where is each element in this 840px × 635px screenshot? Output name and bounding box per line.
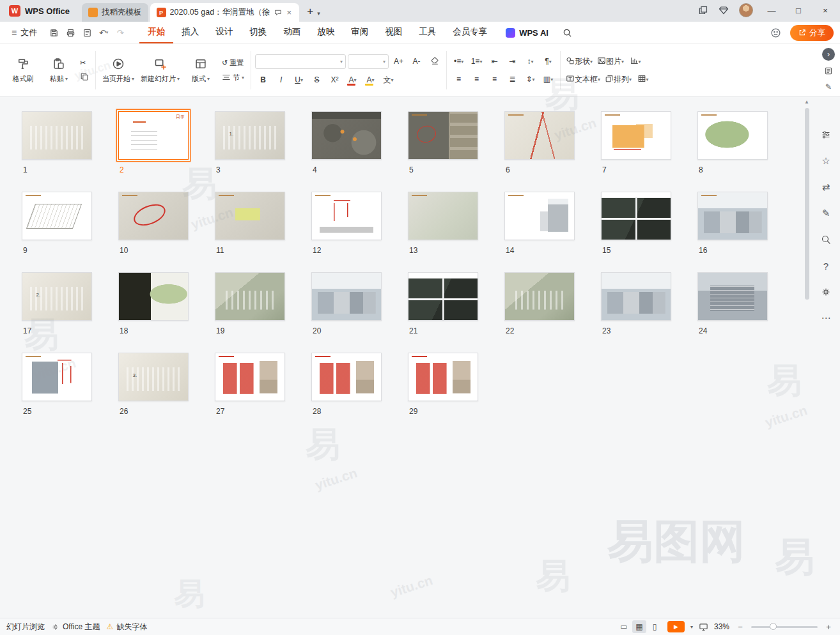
properties-panel-icon[interactable] xyxy=(819,128,833,142)
phonetic-guide-button[interactable]: 文▾ xyxy=(380,73,396,87)
vertical-scrollbar[interactable]: ▲ xyxy=(802,97,812,618)
align-center-button[interactable]: ≡ xyxy=(469,73,485,86)
shapes-button[interactable]: 形状▾ xyxy=(564,55,594,68)
task-pane-button[interactable] xyxy=(822,65,835,77)
dropdown-caret-icon[interactable]: ▾ xyxy=(629,77,632,82)
slide-thumbnail-22[interactable] xyxy=(504,272,575,321)
slide-thumbnail-15[interactable] xyxy=(601,192,671,240)
clear-format-button[interactable] xyxy=(426,55,442,68)
slide-thumbnail-26[interactable]: 3. xyxy=(118,353,189,401)
close-tab-icon[interactable]: × xyxy=(286,8,293,17)
slide-thumbnail-12[interactable] xyxy=(311,192,382,240)
convert-icon[interactable]: ⇄ xyxy=(819,180,833,194)
zoom-slider-thumb[interactable] xyxy=(770,623,777,630)
dropdown-caret-icon[interactable]: ▾ xyxy=(65,76,68,82)
play-from-current-button[interactable]: 当页开始▾ xyxy=(100,47,137,93)
annotate-icon[interactable]: ✎ xyxy=(819,206,833,220)
decrease-indent-button[interactable]: ⇤ xyxy=(486,55,502,68)
dropdown-caret-icon[interactable]: ▾ xyxy=(531,59,534,65)
italic-button[interactable]: I xyxy=(273,73,289,87)
office-theme-button[interactable]: Office 主题 xyxy=(51,622,100,632)
new-slide-button[interactable]: 新建幻灯片▾ xyxy=(138,47,182,93)
menu-tab-审阅[interactable]: 审阅 xyxy=(343,22,377,43)
menu-tab-动画[interactable]: 动画 xyxy=(275,22,309,43)
text-box-button[interactable]: 文本框▾ xyxy=(564,73,602,86)
slide-sorter-view-button[interactable]: ▦ xyxy=(632,620,646,633)
scrollbar-thumb[interactable] xyxy=(805,108,809,300)
favorites-icon[interactable]: ☆ xyxy=(819,154,833,168)
align-left-button[interactable]: ≡ xyxy=(451,73,467,86)
copy-button[interactable] xyxy=(77,72,91,83)
zoom-level[interactable]: 33% xyxy=(714,622,729,631)
bold-button[interactable]: B xyxy=(255,73,271,87)
paragraph-mark-button[interactable]: ¶▾ xyxy=(540,55,556,68)
menu-tab-工具[interactable]: 工具 xyxy=(410,22,444,43)
zoom-in-button[interactable]: + xyxy=(823,622,834,632)
wps-ai-button[interactable]: WPS AI xyxy=(506,28,548,38)
section-button[interactable]: 节▾ xyxy=(219,72,247,84)
find-icon[interactable] xyxy=(819,233,833,247)
paste-button[interactable]: 粘贴▾ xyxy=(42,47,76,93)
dropdown-caret-icon[interactable]: ▾ xyxy=(598,77,600,82)
wps-home-tab[interactable]: W WPS Office xyxy=(3,0,80,22)
slide-layout-button[interactable]: 版式▾ xyxy=(183,47,218,93)
zoom-out-button[interactable]: − xyxy=(735,622,745,632)
insert-picture-button[interactable]: 图片▾ xyxy=(596,55,625,68)
slide-thumbnail-11[interactable] xyxy=(215,192,285,240)
menu-tab-设计[interactable]: 设计 xyxy=(207,22,241,43)
slide-thumbnail-27[interactable] xyxy=(215,353,285,401)
menu-tab-切换[interactable]: 切换 xyxy=(241,22,275,43)
font-size-select[interactable]: ▾ xyxy=(348,54,389,69)
slide-thumbnail-13[interactable] xyxy=(408,192,478,240)
missing-font-warning[interactable]: ⚠ 缺失字体 xyxy=(106,622,147,632)
service-icon[interactable] xyxy=(770,27,781,38)
slide-thumbnail-29[interactable] xyxy=(408,353,478,401)
dropdown-caret-icon[interactable]: ▾ xyxy=(372,77,375,83)
tab-list-caret-icon[interactable]: ▾ xyxy=(317,10,320,22)
premium-gem-icon[interactable] xyxy=(719,5,729,15)
bullets-button[interactable]: •≡▾ xyxy=(451,55,467,68)
numbering-button[interactable]: 1≡▾ xyxy=(469,55,485,68)
increase-indent-button[interactable]: ⇥ xyxy=(504,55,520,68)
new-tab-button[interactable]: + xyxy=(299,5,317,22)
slide-thumbnail-6[interactable] xyxy=(504,111,575,160)
dropdown-caret-icon[interactable]: ▾ xyxy=(354,77,357,83)
align-right-button[interactable]: ≡ xyxy=(486,73,502,86)
insert-table-button[interactable]: ▾ xyxy=(635,73,651,86)
slide-thumbnail-17[interactable]: 2. xyxy=(22,272,92,321)
dropdown-caret-icon[interactable]: ▾ xyxy=(132,76,134,82)
dropdown-caret-icon[interactable]: ▾ xyxy=(461,59,463,65)
dropdown-caret-icon[interactable]: ▾ xyxy=(479,59,482,65)
increase-font-size-button[interactable]: A+ xyxy=(391,55,407,68)
justify-button[interactable]: ≣ xyxy=(504,73,520,86)
normal-view-button[interactable]: ▭ xyxy=(617,620,631,633)
dropdown-caret-icon[interactable]: ▾ xyxy=(207,76,210,82)
slide-thumbnail-25[interactable] xyxy=(22,353,92,401)
zoom-slider[interactable] xyxy=(751,626,818,628)
slideshow-play-button[interactable]: ▶ xyxy=(667,621,685,632)
dropdown-caret-icon[interactable]: ▾ xyxy=(590,59,593,65)
slide-thumbnail-7[interactable] xyxy=(601,111,671,160)
slide-thumbnail-2[interactable]: 目录 xyxy=(118,111,189,160)
reading-view-button[interactable]: ▯ xyxy=(648,620,662,633)
document-tab[interactable]: 找稻壳模板 xyxy=(82,3,148,22)
slide-thumbnail-20[interactable] xyxy=(311,272,382,321)
avatar[interactable] xyxy=(739,3,753,17)
save-button[interactable] xyxy=(46,25,61,40)
menu-tab-放映[interactable]: 放映 xyxy=(309,22,343,43)
fit-screen-icon[interactable] xyxy=(699,622,708,632)
minimize-button[interactable]: — xyxy=(763,6,780,15)
document-tab[interactable]: P2020.05 gad：华润置地（徐× xyxy=(150,3,300,22)
settings-icon[interactable] xyxy=(819,285,833,299)
maximize-button[interactable]: □ xyxy=(790,6,807,15)
slide-thumbnail-4[interactable] xyxy=(311,111,382,160)
slide-thumbnail-23[interactable] xyxy=(601,272,671,321)
slide-sorter-canvas[interactable]: 1目录21.3456789101112131415162.17181920212… xyxy=(0,97,802,618)
slide-thumbnail-24[interactable] xyxy=(697,272,768,321)
ink-button[interactable]: ✎ xyxy=(822,81,835,93)
dropdown-caret-icon[interactable]: ▾ xyxy=(177,76,180,82)
slide-thumbnail-1[interactable] xyxy=(22,111,92,160)
file-menu-button[interactable]: ≡ 文件 xyxy=(6,27,42,38)
slide-thumbnail-28[interactable] xyxy=(311,353,382,401)
arrange-button[interactable]: 排列▾ xyxy=(603,73,633,86)
